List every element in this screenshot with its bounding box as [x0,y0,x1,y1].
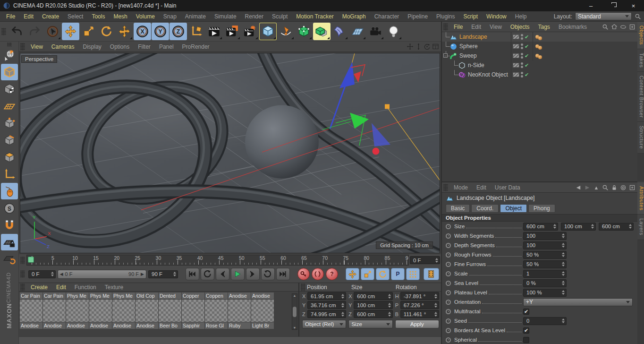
environment-button[interactable] [349,23,366,40]
history-back-icon[interactable]: ◀ [575,184,582,191]
material-name-label[interactable]: Light Br [251,322,274,329]
keyframe-circle[interactable] [446,252,451,258]
current-frame-field[interactable]: 0 F [410,256,440,264]
material-name-label[interactable]: Anodise [251,292,274,299]
coordinate-grip[interactable] [301,284,305,291]
close-button[interactable]: × [623,0,644,11]
edges-mode-button[interactable] [1,132,18,148]
size-z-field[interactable]: 600 cm [354,310,392,318]
section-header[interactable]: Object Properties [442,214,637,222]
scroll-down-icon[interactable]: ▼ [293,326,297,329]
menu-item[interactable]: Simulate [210,12,241,21]
record-rotation-button[interactable] [376,268,390,280]
rough-furrows-field[interactable]: 50 % [523,251,567,259]
maximize-view-icon[interactable] [432,43,439,50]
position-z-field[interactable]: 74.995 cm [307,310,346,318]
keyframe-circle[interactable] [446,290,451,295]
focus-icon[interactable] [620,184,627,191]
size-x-field[interactable]: 600 cm [523,223,558,231]
fine-furrows-field[interactable]: 50 % [523,260,567,268]
axis-point-handle[interactable] [373,148,380,155]
next-key-button[interactable] [261,268,275,280]
material-thumbnail[interactable] [89,300,112,322]
attribute-menu-item[interactable]: Mode [449,183,472,192]
attribute-tab[interactable]: Basic [446,204,470,213]
material-thumbnail[interactable] [182,300,204,322]
plateau-level-field[interactable]: 100 % [523,289,567,297]
material-name-label[interactable]: Ruby [228,322,251,329]
enable-axis-button[interactable] [1,166,18,182]
timeline-grip[interactable] [20,257,25,264]
playhead[interactable] [28,257,34,263]
material-thumbnail[interactable] [228,300,251,322]
preview-range-slider[interactable]: ◀ 0 F 90 F ▶ [58,270,146,279]
object-row[interactable]: NeoKnot Object ✔ [442,70,637,79]
material-name-label[interactable]: Car Pain [43,292,66,299]
material-partial-row[interactable] [20,329,274,335]
keyframe-circle[interactable] [446,318,451,324]
viewport-canvas[interactable]: Y X Z Grid Spacing : 10 cm [20,53,440,253]
material-name-label[interactable]: Anodise [89,322,112,329]
render-view-button[interactable] [205,23,223,40]
material-name-label[interactable]: Car Pain [20,292,42,299]
material-thumbnail[interactable] [251,300,274,322]
object-manager-menu-item[interactable]: Bookmarks [554,23,591,31]
object-manager-menu-item[interactable]: Objects [506,23,534,31]
material-menu-item[interactable]: Texture [101,283,127,292]
position-x-field[interactable]: 61.95 cm [307,292,346,300]
minimize-button[interactable]: – [580,0,602,11]
scroll-thumb[interactable] [293,307,297,317]
menu-item[interactable]: MoGraph [338,12,370,21]
material-name-label[interactable]: Sapphir [182,322,204,329]
material-name-label[interactable]: Anodise [112,322,135,329]
layer-swatch[interactable] [513,44,519,49]
tweak-mode-button[interactable] [1,183,18,199]
object-name[interactable]: Landscape [459,34,487,40]
viewport-menu-item[interactable]: View [26,43,47,51]
keyframe-circle[interactable] [446,243,451,248]
spherical-checkbox[interactable] [523,337,529,343]
scroll-up-icon[interactable]: ▲ [293,294,297,297]
viewport-menu-item[interactable]: Display [78,43,105,51]
search-icon[interactable] [602,24,609,30]
rotate-view-icon[interactable] [424,43,431,50]
history-forward-icon[interactable]: ▶ [584,184,591,191]
position-y-field[interactable]: 36.716 cm [307,301,346,309]
points-mode-button[interactable] [1,115,18,131]
pan-view-icon[interactable] [407,43,414,50]
light-button[interactable] [385,23,402,40]
texture-tags[interactable] [533,32,542,42]
material-name-label[interactable]: Anodise [66,322,89,329]
layer-swatch[interactable] [513,72,519,77]
object-name[interactable]: Sphere [459,43,478,50]
last-tool-button[interactable] [116,23,133,40]
keyframe-circle[interactable] [446,224,451,229]
material-name-label[interactable]: Phys Me [66,292,89,299]
material-thumbnail[interactable] [205,300,228,322]
keyframe-circle[interactable] [446,262,451,267]
size-y-field[interactable]: 100 cm [561,223,596,231]
material-name-label[interactable]: Anodise [43,322,66,329]
move-tool-button[interactable] [62,23,79,40]
menu-item[interactable]: Motion Tracker [292,12,338,21]
prev-key-button[interactable] [201,268,214,280]
record-keyframe-button[interactable] [297,268,310,280]
material-name-label[interactable]: Anodise [228,292,251,299]
menu-item[interactable]: Plugins [432,12,459,21]
menu-item[interactable]: Tools [87,12,109,21]
timeline-window-button[interactable] [424,268,439,280]
layer-swatch[interactable] [513,34,519,39]
generators-button[interactable] [313,23,330,40]
material-thumbnail[interactable] [66,300,89,322]
material-name-label[interactable]: Phys Me [112,292,135,299]
size-mode-dropdown[interactable]: Size [348,320,392,328]
size-z-field[interactable]: 600 cm [599,223,634,231]
viewport-menu-item[interactable]: Options [106,43,134,51]
soft-selection-button[interactable] [1,200,18,216]
multifractal-checkbox[interactable] [523,309,529,315]
scale-field[interactable]: 1 [523,270,567,278]
camera-button[interactable] [367,23,384,40]
viewport-menu-item[interactable]: Panel [155,43,178,51]
record-pla-button[interactable] [406,268,420,280]
play-button[interactable] [231,268,245,280]
